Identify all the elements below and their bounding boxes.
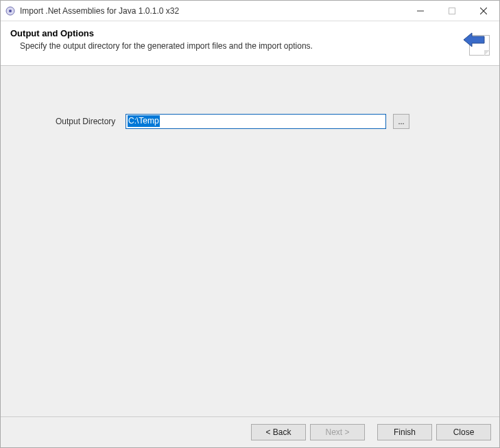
wizard-window: Import .Net Assemblies for Java 1.0.1.0 … bbox=[0, 0, 500, 448]
output-directory-label: Output Directory bbox=[56, 117, 119, 126]
page-subtitle: Specify the output directory for the gen… bbox=[10, 41, 313, 51]
close-button[interactable]: Close bbox=[436, 424, 491, 440]
titlebar: Import .Net Assemblies for Java 1.0.1.0 … bbox=[1, 1, 499, 21]
app-icon bbox=[5, 5, 16, 16]
finish-button[interactable]: Finish bbox=[377, 424, 432, 440]
svg-point-1 bbox=[9, 10, 12, 12]
window-controls bbox=[405, 1, 499, 21]
window-title: Import .Net Assemblies for Java 1.0.1.0 … bbox=[20, 6, 179, 16]
svg-rect-3 bbox=[449, 8, 455, 14]
content-area: Output Directory C:\Temp ... bbox=[1, 66, 499, 416]
close-window-button[interactable] bbox=[468, 1, 499, 21]
output-directory-input[interactable] bbox=[126, 114, 386, 129]
page-title: Output and Options bbox=[10, 28, 313, 38]
browse-button[interactable]: ... bbox=[393, 114, 409, 129]
back-button[interactable]: < Back bbox=[251, 424, 306, 440]
import-arrow-icon bbox=[462, 28, 490, 56]
wizard-header: Output and Options Specify the output di… bbox=[1, 21, 499, 66]
maximize-button bbox=[436, 1, 468, 21]
wizard-button-bar: < Back Next > Finish Close bbox=[1, 416, 499, 447]
output-directory-row: Output Directory C:\Temp ... bbox=[56, 114, 458, 129]
svg-marker-6 bbox=[464, 33, 484, 47]
minimize-button[interactable] bbox=[405, 1, 436, 21]
next-button: Next > bbox=[310, 424, 365, 440]
